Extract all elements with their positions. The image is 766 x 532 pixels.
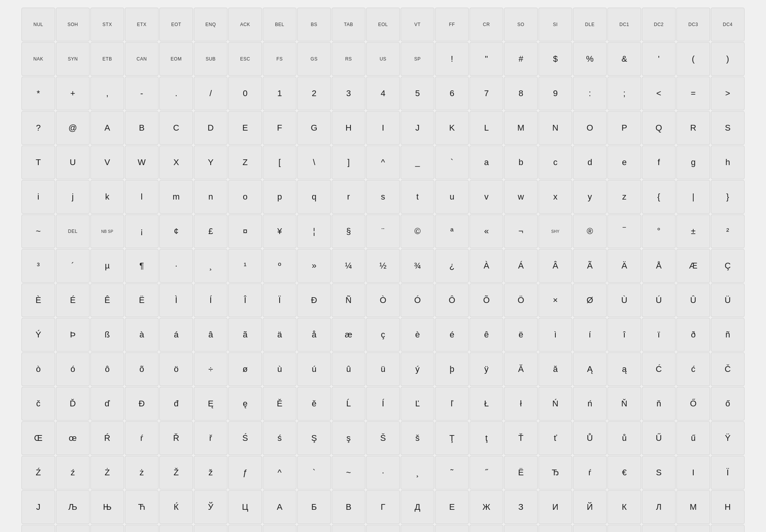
grid-cell[interactable]: }	[711, 180, 745, 214]
grid-cell[interactable]: ć	[676, 352, 710, 386]
grid-cell[interactable]: Z	[228, 146, 262, 179]
grid-cell[interactable]: И	[538, 490, 572, 524]
grid-cell[interactable]: Ú	[642, 283, 676, 317]
grid-cell[interactable]: ¥	[263, 214, 296, 248]
grid-cell[interactable]: ş	[332, 421, 365, 455]
grid-cell[interactable]: þ	[435, 352, 469, 386]
grid-cell[interactable]: ü	[366, 352, 400, 386]
grid-cell[interactable]: Ą	[573, 352, 607, 386]
grid-cell[interactable]: í	[573, 318, 607, 352]
grid-cell[interactable]: Ю	[573, 525, 607, 532]
grid-cell[interactable]: ;	[607, 77, 641, 110]
grid-cell[interactable]: k	[90, 180, 124, 214]
grid-cell[interactable]: SP	[401, 42, 434, 76]
grid-cell[interactable]: ¿	[435, 249, 469, 283]
grid-cell[interactable]: y	[573, 180, 607, 214]
grid-cell[interactable]: J	[21, 490, 55, 524]
grid-cell[interactable]: é	[435, 318, 469, 352]
grid-cell[interactable]: ½	[366, 249, 400, 283]
grid-cell[interactable]: ·	[366, 456, 400, 489]
grid-cell[interactable]: К	[607, 490, 641, 524]
grid-cell[interactable]: ~	[332, 456, 365, 489]
grid-cell[interactable]: e	[607, 146, 641, 179]
grid-cell[interactable]: ¸	[194, 249, 228, 283]
grid-cell[interactable]: в	[711, 525, 745, 532]
grid-cell[interactable]: Ţ	[435, 421, 469, 455]
grid-cell[interactable]: š	[401, 421, 434, 455]
grid-cell[interactable]: Ћ	[125, 490, 159, 524]
grid-cell[interactable]: ®	[573, 214, 607, 248]
grid-cell[interactable]: n	[194, 180, 228, 214]
grid-cell[interactable]: §	[332, 214, 365, 248]
grid-cell[interactable]: G	[297, 111, 331, 145]
grid-cell[interactable]: Ł	[470, 387, 503, 421]
grid-cell[interactable]: R	[676, 111, 710, 145]
grid-cell[interactable]: Ъ	[435, 525, 469, 532]
grid-cell[interactable]: ť	[538, 421, 572, 455]
grid-cell[interactable]: `	[297, 456, 331, 489]
grid-cell[interactable]: С	[125, 525, 159, 532]
grid-cell[interactable]: ¢	[159, 214, 193, 248]
grid-cell[interactable]: SO	[504, 8, 538, 41]
grid-cell[interactable]: Т	[159, 525, 193, 532]
grid-cell[interactable]: å	[297, 318, 331, 352]
grid-cell[interactable]: Î	[228, 283, 262, 317]
grid-cell[interactable]: ETX	[125, 8, 159, 41]
grid-cell[interactable]: Š	[366, 421, 400, 455]
grid-cell[interactable]: 1	[263, 77, 296, 110]
grid-cell[interactable]: О	[21, 525, 55, 532]
grid-cell[interactable]: f	[642, 146, 676, 179]
grid-cell[interactable]: ~	[21, 214, 55, 248]
grid-cell[interactable]: Ø	[573, 283, 607, 317]
grid-cell[interactable]: Ђ	[538, 456, 572, 489]
grid-cell[interactable]: Ď	[56, 387, 90, 421]
grid-cell[interactable]: Č	[711, 352, 745, 386]
grid-cell[interactable]: Ű	[642, 421, 676, 455]
grid-cell[interactable]: ŕ	[125, 421, 159, 455]
grid-cell[interactable]: Ö	[504, 283, 538, 317]
grid-cell[interactable]: ENQ	[194, 8, 228, 41]
grid-cell[interactable]: £	[194, 214, 228, 248]
grid-cell[interactable]: EOT	[159, 8, 193, 41]
grid-cell[interactable]: Ă	[504, 352, 538, 386]
grid-cell[interactable]: t	[401, 180, 434, 214]
grid-cell[interactable]: C	[159, 111, 193, 145]
grid-cell[interactable]: Ń	[538, 387, 572, 421]
grid-cell[interactable]: O	[573, 111, 607, 145]
grid-cell[interactable]: X	[159, 146, 193, 179]
grid-cell[interactable]: DC1	[607, 8, 641, 41]
grid-cell[interactable]: ACK	[228, 8, 262, 41]
grid-cell[interactable]: Н	[711, 490, 745, 524]
grid-cell[interactable]: H	[332, 111, 365, 145]
grid-cell[interactable]: č	[21, 387, 55, 421]
grid-cell[interactable]: S	[711, 111, 745, 145]
grid-cell[interactable]: ă	[538, 352, 572, 386]
grid-cell[interactable]: I	[366, 111, 400, 145]
grid-cell[interactable]: ˝	[470, 456, 503, 489]
grid-cell[interactable]: DLE	[573, 8, 607, 41]
grid-cell[interactable]: Í	[194, 283, 228, 317]
grid-cell[interactable]: K	[435, 111, 469, 145]
grid-cell[interactable]: STX	[90, 8, 124, 41]
grid-cell[interactable]: SOH	[56, 8, 90, 41]
grid-cell[interactable]: ²	[711, 214, 745, 248]
grid-cell[interactable]: DC4	[711, 8, 745, 41]
grid-cell[interactable]: Ù	[607, 283, 641, 317]
grid-cell[interactable]: Ŕ	[90, 421, 124, 455]
grid-cell[interactable]: Ф	[228, 525, 262, 532]
grid-cell[interactable]: ó	[56, 352, 90, 386]
grid-cell[interactable]: ?	[21, 111, 55, 145]
grid-cell[interactable]: đ	[159, 387, 193, 421]
grid-cell[interactable]: b	[504, 146, 538, 179]
grid-cell[interactable]: Ë	[125, 283, 159, 317]
grid-cell[interactable]: z	[607, 180, 641, 214]
grid-cell[interactable]: Ï	[263, 283, 296, 317]
grid-cell[interactable]: ð	[676, 318, 710, 352]
grid-cell[interactable]: \	[297, 146, 331, 179]
grid-cell[interactable]: g	[676, 146, 710, 179]
grid-cell[interactable]: SHY	[538, 214, 572, 248]
grid-cell[interactable]: У	[194, 525, 228, 532]
grid-cell[interactable]: Ę	[194, 387, 228, 421]
grid-cell[interactable]: 9	[538, 77, 572, 110]
grid-cell[interactable]: r	[332, 180, 365, 214]
